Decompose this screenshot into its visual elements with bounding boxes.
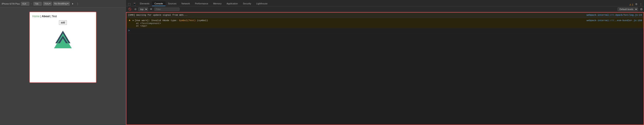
width-input[interactable] (21, 2, 29, 6)
tab-security[interactable]: Security (240, 1, 254, 6)
hmr-source-link[interactable]: webpack-internal:///…bpack/hot/log.js:24 (586, 14, 642, 16)
device-frame: Home | About | Test add (0, 7, 126, 125)
tab-lighthouse[interactable]: Lighthouse (254, 1, 270, 6)
nav-test-link[interactable]: Test (52, 15, 57, 18)
console-prompt: > (128, 29, 130, 32)
console-row-hmr: [HMR] Waiting for update signal from WDS… (126, 12, 644, 18)
tab-sources[interactable]: Sources (166, 1, 179, 6)
warn-symbol: Symbol(Text) (179, 19, 196, 22)
tab-elements[interactable]: Elements (137, 1, 152, 6)
devtools-panel: ⬚ 📱 Elements Console Sources Network Per… (126, 0, 644, 125)
throttle-control[interactable]: No throttling ▾ (53, 2, 70, 6)
expand-arrow-icon[interactable]: ▶ (133, 19, 134, 21)
height-input[interactable] (33, 2, 42, 6)
devtools-tabs: ⬚ 📱 Elements Console Sources Network Per… (126, 0, 644, 6)
context-select[interactable]: top (138, 7, 148, 11)
console-toolbar: 🚫 ⊘ top 👁 Default levels ⚙ (126, 6, 644, 12)
tab-network[interactable]: Network (179, 1, 192, 6)
log-levels-select[interactable]: Default levels (618, 7, 638, 11)
add-button[interactable]: add (59, 20, 67, 25)
zoom-control[interactable]: 75% ▾ (43, 2, 52, 6)
nav-links: Home | About | Test (32, 15, 94, 18)
throttle-label: No throttling (54, 2, 67, 5)
console-output: [HMR] Waiting for update signal from WDS… (126, 12, 644, 125)
warn-row-top: ▶ [Vue warn]: Invalid VNode type: Symbol… (133, 19, 642, 22)
hmr-row-top: [HMR] Waiting for update signal from WDS… (128, 13, 642, 17)
console-input-row[interactable]: > (126, 28, 644, 33)
warn-content: ▶ [Vue warn]: Invalid VNode type: Symbol… (133, 19, 642, 27)
more-options-icon[interactable]: ♦ (71, 2, 74, 6)
console-row-warn: ▲ ▶ [Vue warn]: Invalid VNode type: Symb… (126, 18, 644, 28)
warn-suffix: (symbol) (196, 19, 208, 22)
warn-source-link[interactable]: webpack-internal:///….esm-bundler.js:159 (586, 19, 642, 22)
warn-sub1: at <TestComponent> (133, 22, 642, 25)
eye-icon[interactable]: 👁 (149, 7, 154, 11)
more-devtools-icon[interactable]: ⋮ (638, 2, 643, 6)
device-label: iPhone 6/7/8 Plus (2, 2, 20, 5)
warn-sub2: at <App> (133, 25, 642, 27)
warn-icon: ▲ (128, 19, 131, 22)
console-stop-icon[interactable]: ⊘ (133, 7, 138, 11)
phone-screen: Home | About | Test add (29, 12, 96, 83)
device-toggle-icon[interactable]: 📱 (132, 2, 137, 6)
nav-home-link[interactable]: Home (32, 15, 40, 18)
zoom-value: 75% (44, 2, 49, 5)
warn-prefix: [Vue warn]: Invalid VNode type: (134, 19, 179, 22)
console-settings-icon[interactable]: ⚙ (640, 7, 643, 11)
warning-count-badge: ⚠ 1 (629, 3, 634, 6)
tab-memory[interactable]: Memory (211, 1, 224, 6)
device-toolbar: iPhone 6/7/8 Plus × 75% ▾ No throttling … (0, 0, 126, 7)
dimension-sep: × (30, 2, 32, 5)
dots-icon[interactable]: ⋮ (76, 2, 80, 6)
tab-console[interactable]: Console (152, 1, 166, 6)
nav-about-link[interactable]: About (42, 15, 50, 18)
warning-triangle-icon: ▲ (129, 19, 130, 22)
hmr-content: [HMR] Waiting for update signal from WDS… (128, 13, 642, 17)
inspect-icon[interactable]: ⬚ (127, 2, 132, 6)
vue-logo (50, 28, 76, 53)
clear-console-icon[interactable]: 🚫 (127, 7, 132, 11)
warn-message: [Vue warn]: Invalid VNode type: Symbol(T… (134, 19, 586, 22)
tab-application[interactable]: Application (224, 1, 240, 6)
tab-performance[interactable]: Performance (192, 1, 211, 6)
left-panel: iPhone 6/7/8 Plus × 75% ▾ No throttling … (0, 0, 126, 125)
zoom-chevron-icon: ▾ (49, 2, 50, 5)
console-filter-input[interactable] (154, 7, 180, 11)
hmr-message: [HMR] Waiting for update signal from WDS… (128, 13, 586, 17)
settings-icon[interactable]: ⚙ (634, 2, 638, 6)
